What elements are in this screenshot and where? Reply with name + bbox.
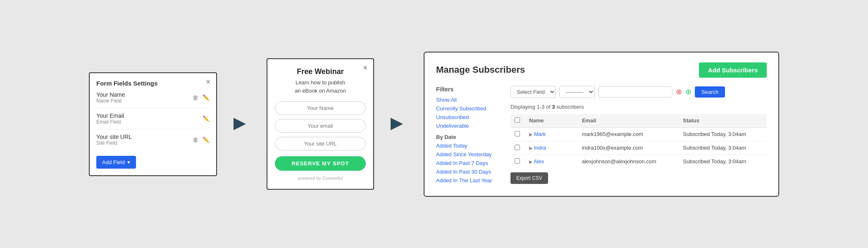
filter-unsubscribed[interactable]: Unsubscribed	[436, 114, 502, 120]
header-checkbox-col	[510, 114, 525, 128]
field-label-url: Your site URL	[96, 134, 193, 140]
filter-added-past-7-days[interactable]: Added In Past 7 Days	[436, 160, 502, 166]
field-row-url: Your site URL Site Field 🗑 ✏️	[96, 129, 210, 150]
field-type-url: Site Field	[96, 140, 193, 146]
powered-by-text: powered by Convertful	[275, 176, 366, 181]
filter-currently-subscribed[interactable]: Currently Subscribed	[436, 105, 502, 112]
field-type-name: Name Field	[96, 98, 193, 104]
table-row: ▶ Indra indra100x@example.com Subscribed…	[510, 141, 767, 155]
reserve-button[interactable]: RESERVE MY SPOT	[275, 156, 366, 171]
filter-added-since-yesterday[interactable]: Added Since Yesterday	[436, 151, 502, 157]
clear-filter-icon[interactable]: ⊗	[676, 87, 682, 96]
add-field-button[interactable]: Add Field ▾	[96, 156, 136, 169]
edit-icon-url[interactable]: ✏️	[203, 136, 210, 143]
table-row: ▶ Alex alexjohnson@alexjohnson.com Subsc…	[510, 155, 767, 168]
field-row-email: Your Email Email Field ✏️	[96, 108, 210, 129]
subscriber-name-indra[interactable]: Indra	[534, 145, 546, 151]
status-word-alex: Subscribed	[683, 158, 710, 165]
arrow-connector-1	[229, 112, 254, 136]
subscribers-table: Name Email Status ▶ Mark mark1965@exampl…	[510, 114, 767, 168]
export-csv-button[interactable]: Export CSV	[510, 172, 548, 184]
select-field-dropdown[interactable]: Select Field	[510, 86, 556, 98]
row-checkbox-mark[interactable]	[515, 131, 520, 136]
expand-arrow-alex[interactable]: ▶	[529, 159, 532, 164]
header-name: Name	[525, 114, 578, 128]
by-date-title: By Date	[436, 134, 502, 140]
search-button[interactable]: Search	[695, 86, 725, 98]
field-label-email: Your Email	[96, 112, 203, 119]
subscriber-name-alex[interactable]: Alex	[534, 158, 544, 165]
edit-icon-email[interactable]: ✏️	[203, 115, 210, 122]
status-time-mark: Today, 3:04am	[710, 131, 746, 137]
filter-bar: Select Field ---------- ⊗ ⊕ Search	[510, 86, 767, 98]
add-subscribers-button[interactable]: Add Subscribers	[699, 62, 767, 78]
subscriber-count: 3	[552, 104, 555, 110]
field-type-email: Email Field	[96, 119, 203, 125]
subscriber-name-mark[interactable]: Mark	[534, 131, 546, 137]
filter-added-today[interactable]: Added Today	[436, 143, 502, 149]
field-row-name: Your Name Name Field 🗑 ✏️	[96, 87, 210, 108]
filters-title: Filters	[436, 86, 502, 93]
status-time-indra: Today, 3:04am	[710, 145, 746, 151]
expand-arrow-mark[interactable]: ▶	[529, 132, 532, 137]
row-checkbox-indra[interactable]	[515, 145, 520, 150]
webinar-name-input[interactable]	[275, 101, 366, 115]
chevron-down-icon: ▾	[127, 159, 130, 165]
webinar-panel: × Free Webinar Learn how to publish an e…	[267, 58, 374, 190]
svg-marker-1	[391, 118, 403, 130]
manage-header: Manage Subscribers Add Subscribers	[436, 62, 767, 78]
subscriber-email-alex: alexjohnson@alexjohnson.com	[578, 155, 679, 168]
row-checkbox-alex[interactable]	[515, 158, 520, 164]
table-row: ▶ Mark mark1965@example.com Subscribed T…	[510, 127, 767, 141]
filter-show-all[interactable]: Show All	[436, 97, 502, 103]
arrow-connector-2	[386, 112, 411, 136]
expand-arrow-indra[interactable]: ▶	[529, 145, 532, 150]
edit-icon-name[interactable]: ✏️	[203, 94, 210, 101]
webinar-email-input[interactable]	[275, 119, 366, 133]
status-word-indra: Subscribed	[683, 145, 710, 151]
filter-undeliverable[interactable]: Undeliverable	[436, 123, 502, 129]
header-status: Status	[679, 114, 767, 128]
manage-subscribers-panel: Manage Subscribers Add Subscribers Filte…	[424, 52, 779, 197]
filter-text-input[interactable]	[598, 86, 672, 98]
svg-marker-0	[234, 118, 246, 130]
delete-icon-url[interactable]: 🗑	[193, 136, 198, 143]
filter-added-last-year[interactable]: Added In The Last Year	[436, 177, 502, 184]
filter-added-past-30-days[interactable]: Added In Past 30 Days	[436, 169, 502, 175]
webinar-subtitle: Learn how to publish an eBook on Amazon	[275, 79, 366, 95]
manage-title: Manage Subscribers	[436, 64, 525, 75]
subscriber-email-indra: indra100x@example.com	[578, 141, 679, 155]
header-email: Email	[578, 114, 679, 128]
panel1-title: Form Fields Settings	[96, 80, 157, 87]
panel2-close-button[interactable]: ×	[363, 64, 367, 72]
filters-sidebar: Filters Show All Currently Subscribed Un…	[436, 86, 502, 186]
subscribers-main-content: Select Field ---------- ⊗ ⊕ Search Displ…	[510, 86, 767, 186]
form-fields-panel: Form Fields Settings × Your Name Name Fi…	[89, 72, 217, 176]
status-time-alex: Today, 3:04am	[710, 158, 746, 165]
displaying-info: Displaying 1-3 of 3 subscribers	[510, 104, 767, 110]
webinar-url-input[interactable]	[275, 137, 366, 150]
operator-dropdown[interactable]: ----------	[559, 86, 595, 98]
status-word-mark: Subscribed	[683, 131, 710, 137]
table-header-row: Name Email Status	[510, 114, 767, 128]
field-label-name: Your Name	[96, 91, 193, 98]
manage-body: Filters Show All Currently Subscribed Un…	[436, 86, 767, 186]
select-all-checkbox[interactable]	[515, 117, 520, 123]
add-filter-icon[interactable]: ⊕	[685, 87, 692, 96]
panel1-close-button[interactable]: ×	[206, 78, 210, 86]
delete-icon-name[interactable]: 🗑	[193, 94, 198, 101]
subscriber-email-mark: mark1965@example.com	[578, 127, 679, 141]
webinar-title: Free Webinar	[275, 67, 366, 76]
